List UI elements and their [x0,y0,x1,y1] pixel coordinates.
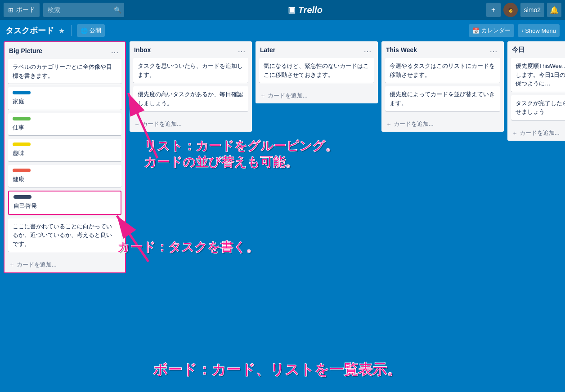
list-body-inbox: タスクを思いついたら、カードを追加します。 優先度の高いタスクがあるか、毎日確認… [130,56,252,116]
list-body-today: 優先度順ThisWee…移動します。今日1日の数を保つように… タスクが完了した… [507,56,565,125]
card-later-0[interactable]: 気になるけど、緊急性のないカードはここに移動させておきます。 [259,58,374,83]
user-menu-button[interactable]: simo2 [520,3,544,17]
star-icon: ★ [58,27,65,35]
add-card-big-picture[interactable]: ＋ カードを追加... [4,257,125,272]
calendar-button[interactable]: 📅 カレンダー [469,24,514,37]
card-inbox-1[interactable]: 優先度の高いタスクがあるか、毎日確認しましょう。 [133,86,248,111]
card-text: タスクを思いついたら、カードを追加します。 [138,62,243,78]
bell-icon: 🔔 [550,6,559,14]
card-text: 健康 [13,176,24,183]
search-input[interactable] [43,3,124,17]
list-inbox: Inbox … タスクを思いついたら、カードを追加します。 優先度の高いタスクが… [130,41,252,132]
card-text: ラベルのカテゴリーごとに全体像や目標を書きます。 [13,63,112,79]
calendar-icon: 📅 [472,27,480,34]
list-options-inbox[interactable]: … [236,45,247,54]
card-big-picture-1[interactable]: 家庭 [8,87,121,110]
card-big-picture-2[interactable]: 仕事 [8,113,121,136]
list-options-this-week[interactable]: … [488,45,499,54]
card-text: 優先度によってカードを並び替えていきます。 [390,91,495,107]
list-this-week: This Week … 今週やるタスクはこのリストにカードを移動させます。 優先… [381,41,504,132]
add-card-inbox[interactable]: ＋ カードを追加... [130,116,252,132]
visibility-button[interactable]: 🌐 公開 [77,24,105,37]
board-content: Big Picture … ラベルのカテゴリーごとに全体像や目標を書きます。 家… [0,41,565,392]
avatar-image: 🧑 [508,8,513,13]
chevron-left-icon: ‹ [521,27,523,34]
show-menu-label: Show Menu [525,27,556,34]
add-button[interactable]: + [486,3,501,17]
card-today-0[interactable]: 優先度順ThisWee…移動します。今日1日の数を保つように… [511,58,565,92]
list-today: 今日 … 優先度順ThisWee…移動します。今日1日の数を保つように… タスク… [507,41,565,141]
list-header-this-week: This Week … [381,41,504,56]
app-logo: ▣ Trello [128,5,483,15]
list-title-this-week: This Week [386,46,417,53]
label-bar-yellow [13,143,31,146]
list-body-this-week: 今週やるタスクはこのリストにカードを移動させます。 優先度によってカードを並び替… [381,56,504,116]
add-card-today[interactable]: ＋ カードを追加... [507,125,565,141]
card-text: 優先度の高いタスクがあるか、毎日確認しましょう。 [138,91,243,107]
label-bar-dark [13,195,31,199]
list-body-big-picture: ラベルのカテゴリーごとに全体像や目標を書きます。 家庭 仕事 趣味 健康 自己啓… [4,57,125,257]
trello-icon: ▣ [288,5,296,15]
card-text: 仕事 [13,124,24,131]
search-wrapper: 🔍 [43,3,124,17]
divider [71,25,72,36]
list-title-inbox: Inbox [134,46,151,53]
card-today-1[interactable]: タスクが完了したら、させましょう [511,95,565,120]
label-bar-green [13,117,31,120]
grid-icon: ⊞ [8,6,13,13]
list-body-later: 気になるけど、緊急性のないカードはここに移動させておきます。 [256,56,378,88]
plus-icon: ＋ [9,261,15,269]
card-text: 優先度順ThisWee…移動します。今日1日の数を保つように… [516,62,565,87]
card-text: タスクが完了したら、させましょう [516,100,565,116]
show-menu-button[interactable]: ‹ Show Menu [518,24,560,37]
list-later: Later … 気になるけど、緊急性のないカードはここに移動させておきます。 ＋… [256,41,378,103]
card-text: 趣味 [13,150,24,156]
add-card-this-week[interactable]: ＋ カードを追加... [381,116,504,132]
card-text: 家庭 [13,98,24,105]
list-header-big-picture: Big Picture … [4,42,125,57]
card-big-picture-4[interactable]: 健康 [8,165,121,187]
nav-right-section: + 🧑 simo2 🔔 [486,3,561,17]
notifications-button[interactable]: 🔔 [547,3,561,17]
card-text: 今週やるタスクはこのリストにカードを移動させます。 [390,62,495,78]
boards-button[interactable]: ⊞ ボード [4,3,40,17]
avatar[interactable]: 🧑 [503,3,518,17]
calendar-label: カレンダー [481,27,511,35]
card-text: 自己啓発 [13,202,37,209]
board-header: タスクボード ★ 🌐 公開 📅 カレンダー ‹ Show Menu [0,20,565,41]
plus-icon: ＋ [386,120,392,128]
card-text: ここに書かれていることに向かっているか、近づいているか、考えると良いです。 [13,223,112,247]
search-icon-button[interactable]: 🔍 [114,6,121,13]
list-header-today: 今日 … [507,41,565,56]
list-options-later[interactable]: … [362,45,373,54]
card-inbox-0[interactable]: タスクを思いついたら、カードを追加します。 [133,58,248,83]
plus-icon: + [491,6,495,14]
list-options-big-picture[interactable]: … [109,46,121,55]
add-card-later[interactable]: ＋ カードを追加... [256,88,378,103]
list-title-today: 今日 [512,46,525,54]
username-label: simo2 [524,6,541,13]
board-header-right: 📅 カレンダー ‹ Show Menu [469,24,560,37]
card-text: 気になるけど、緊急性のないカードはここに移動させておきます。 [264,62,369,78]
label-bar-blue [13,91,31,94]
card-big-picture-3[interactable]: 趣味 [8,139,121,161]
label-bar-red [13,169,31,172]
board-title: タスクボード [5,25,54,36]
card-big-picture-6[interactable]: ここに書かれていることに向かっているか、近づいているか、考えると良いです。 [8,218,121,252]
card-this-week-1[interactable]: 優先度によってカードを並び替えていきます。 [385,86,500,111]
star-button[interactable]: ★ [58,26,66,36]
card-big-picture-0[interactable]: ラベルのカテゴリーごとに全体像や目標を書きます。 [8,59,121,84]
boards-label: ボード [16,6,35,14]
list-big-picture: Big Picture … ラベルのカテゴリーごとに全体像や目標を書きます。 家… [4,41,126,273]
list-title-later: Later [260,46,275,53]
card-big-picture-5[interactable]: 自己啓発 [8,191,121,215]
top-navigation: ⊞ ボード 🔍 ▣ Trello + 🧑 simo2 🔔 [0,0,565,20]
plus-icon: ＋ [260,92,266,100]
list-title-big-picture: Big Picture [9,47,42,54]
plus-icon: ＋ [134,120,140,128]
add-card-label: カードを追加... [520,129,560,137]
list-header-later: Later … [256,41,378,56]
add-card-label: カードを追加... [142,120,182,128]
card-this-week-0[interactable]: 今週やるタスクはこのリストにカードを移動させます。 [385,58,500,83]
globe-icon: 🌐 [81,27,88,34]
